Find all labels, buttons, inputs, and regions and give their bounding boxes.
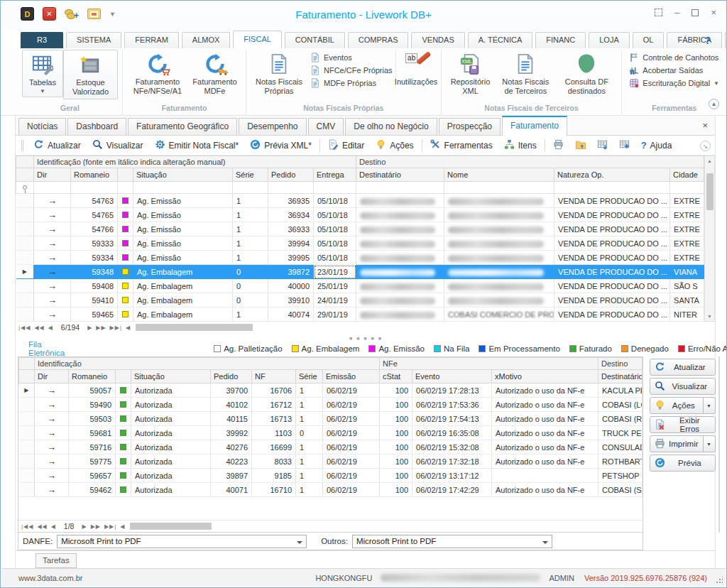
a-es-button[interactable]: Ações	[650, 397, 704, 414]
nfe-grid-cell-emissao[interactable]: 06/02/19	[323, 398, 380, 412]
toolbar-emitir-nota-fiscal--button[interactable]: Emitir Nota Fiscal*	[149, 139, 245, 152]
ribbon-tab-r3[interactable]: R3	[21, 32, 63, 48]
romaneios-grid-cell-serie[interactable]: 0	[233, 293, 268, 307]
romaneios-grid-cell-serie[interactable]: 1	[233, 208, 268, 222]
nfe-grid-cell-nf[interactable]: 16706	[252, 383, 296, 398]
romaneios-grid-cell-clr[interactable]	[118, 279, 133, 293]
romaneios-grid-cell-entrega[interactable]: 05/10/18	[314, 236, 356, 251]
romaneios-grid-cell-situacao[interactable]: Ag. Embalagem	[133, 279, 233, 293]
romaneios-grid-cell-romaneio[interactable]: 59334	[71, 251, 118, 265]
romaneios-grid-cell-entrega[interactable]: 05/10/18	[314, 251, 356, 265]
hscroll-thumb[interactable]	[136, 324, 253, 331]
romaneios-grid-cell-serie[interactable]: 0	[233, 265, 268, 279]
nfe-grid-cell-emissao[interactable]: 06/02/19	[323, 454, 380, 469]
romaneios-grid-cell-nome[interactable]	[444, 236, 554, 251]
nfe-grid-cell-romaneio[interactable]: 59057	[69, 383, 116, 398]
scroll-thumb[interactable]	[706, 173, 714, 210]
nfe-grid-cell-serie[interactable]: 1	[296, 383, 323, 398]
romaneios-grid-cell-destinatario[interactable]	[356, 279, 444, 293]
romaneios-grid-cell-nome[interactable]	[444, 279, 554, 293]
romaneios-grid-filter-cell[interactable]	[16, 182, 34, 194]
romaneios-grid-cell-destinatario[interactable]	[356, 194, 444, 208]
nfe-grid-cell-romaneio[interactable]: 59490	[69, 398, 116, 412]
faturamento-nfe-button[interactable]: Faturamento NFe/NFSe/A1	[127, 50, 188, 98]
romaneios-grid-cell-dir[interactable]: →	[34, 236, 71, 251]
nfe-grid-cell-serie[interactable]: 1	[296, 469, 323, 483]
chevron-down-icon[interactable]: ▼	[704, 435, 716, 452]
romaneios-grid-cell-dir[interactable]: →	[34, 307, 71, 322]
toolbar-a-es-button[interactable]: Ações	[370, 139, 419, 152]
prev-group-icon[interactable]: ◀◀	[37, 523, 47, 530]
romaneios-grid-cell-ind[interactable]: ▶	[16, 265, 34, 279]
romaneios-grid-filter-cell[interactable]	[356, 182, 444, 194]
romaneios-grid-cell-cidade[interactable]: NITER	[670, 307, 704, 322]
eventos-button[interactable]: Eventos	[310, 53, 393, 62]
romaneios-grid-header-cidade[interactable]: Cidade	[670, 168, 704, 182]
nfe-grid-cell-pedido[interactable]: 39897	[211, 469, 252, 483]
nfe-grid-cell-emissao[interactable]: 06/02/19	[323, 469, 380, 483]
romaneios-grid-filter-cell[interactable]	[133, 182, 233, 194]
nfe-grid-cell-dest[interactable]: COBASI (SA	[598, 483, 643, 497]
vertical-scrollbar[interactable]: ▲ ▼	[704, 156, 715, 322]
next-page-icon[interactable]: ▶	[87, 325, 92, 331]
romaneios-grid-header-pedido[interactable]: Pedido	[268, 168, 314, 182]
nfe-grid-cell-evento[interactable]: 06/02/19 17:54:13	[412, 412, 492, 426]
nfe-grid-header-clr[interactable]	[116, 370, 131, 383]
nfe-grid-cell-ind[interactable]	[19, 454, 35, 469]
nfe-grid-cell-clr[interactable]	[116, 383, 131, 398]
romaneios-grid-header-ind[interactable]	[16, 168, 34, 182]
nfe-grid-cell-evento[interactable]: 06/02/19 15:32:08	[412, 440, 492, 454]
view-tab-cmv[interactable]: CMV	[308, 118, 344, 135]
nfe-grid-cell-xmotivo[interactable]: Autorizado o uso da NF-e	[492, 454, 598, 469]
romaneios-grid-cell-destinatario[interactable]	[356, 208, 444, 222]
romaneios-grid-cell-situacao[interactable]: Ag. Embalagem	[133, 307, 233, 322]
nfe-grid-header-emissao[interactable]: Emissão	[323, 370, 380, 383]
romaneios-grid-row[interactable]: ▶→59348Ag. Embalagem03987223/01/19VENDA …	[16, 265, 704, 279]
nfe-grid-cell-emissao[interactable]: 06/02/19	[323, 483, 380, 497]
romaneios-grid-cell-cidade[interactable]: SÃO S	[670, 279, 704, 293]
resize-grip-icon[interactable]	[716, 577, 723, 584]
romaneios-grid-cell-serie[interactable]: 1	[233, 222, 268, 236]
romaneios-grid-cell-natureza[interactable]: VENDA DE PRODUCAO DO ...	[554, 307, 670, 322]
repositorio-xml-button[interactable]: Repositório XML	[446, 50, 496, 98]
romaneios-grid-cell-situacao[interactable]: Ag. Emissão	[133, 208, 233, 222]
toolbar-overflow-icon[interactable]: ↘	[700, 141, 711, 151]
maximize-icon[interactable]	[692, 9, 699, 16]
first-page-icon[interactable]: |◀◀	[21, 523, 33, 530]
nfe-grid-cell-dir[interactable]: →	[35, 454, 69, 469]
last-page-icon[interactable]: ▶▶|	[110, 325, 122, 331]
nfe-grid-cell-situacao[interactable]: Autorizada	[131, 398, 211, 412]
nfe-grid-cell-emissao[interactable]: 06/02/19	[323, 383, 380, 398]
nfe-grid-cell-serie[interactable]: 1	[296, 398, 323, 412]
acobertar-saidas-button[interactable]: Acobertar Saídas	[629, 65, 719, 75]
close-view-icon[interactable]: ×	[702, 120, 708, 131]
splitter[interactable]: ■ ■ ■ ■ ■	[16, 333, 715, 341]
nfe-grid-cell-evento[interactable]: 06/02/19 17:28:13	[412, 383, 492, 398]
nfe-grid-cell-situacao[interactable]: Autorizada	[131, 383, 211, 398]
toolbar-pr-via-xml--button[interactable]: Prévia XML*	[244, 139, 317, 152]
view-tab-desempenho[interactable]: Desempenho	[239, 118, 306, 135]
romaneios-grid-cell-situacao[interactable]: Ag. Embalagem	[133, 265, 233, 279]
romaneios-grid-cell-nome[interactable]	[444, 222, 554, 236]
nfe-grid-cell-serie[interactable]: 1	[296, 454, 323, 469]
toolbar-visualizar-button[interactable]: Visualizar	[87, 139, 149, 152]
nfe-grid-cell-dir[interactable]: →	[35, 469, 69, 483]
nfe-grid-cell-clr[interactable]	[116, 454, 131, 469]
horizontal-scrollbar[interactable]	[134, 323, 712, 332]
chevron-down-icon[interactable]: ▼	[704, 397, 716, 414]
nfe-grid-cell-emissao[interactable]: 06/02/19	[323, 426, 380, 440]
ribbon-tab-ol[interactable]: OL	[633, 32, 665, 48]
romaneios-grid-cell-ind[interactable]	[16, 251, 34, 265]
fullscreen-icon[interactable]	[655, 9, 662, 16]
nfe-grid-cell-xmotivo[interactable]	[492, 469, 598, 483]
romaneios-grid-cell-natureza[interactable]: VENDA DE PRODUCAO DO ...	[554, 251, 670, 265]
collapsed-panel-strip[interactable]	[718, 356, 720, 533]
ribbon-tab-loja[interactable]: LOJA	[589, 32, 630, 48]
outros-printer-select[interactable]: Microsoft Print to PDF	[352, 535, 552, 548]
nfe-grid-header-ind[interactable]	[19, 370, 35, 383]
romaneios-grid-filter-cell[interactable]	[670, 182, 704, 194]
nfe-grid-row[interactable]: →59716Autorizada4027616699106/02/1910006…	[19, 440, 643, 454]
romaneios-grid-cell-nome[interactable]	[444, 194, 554, 208]
romaneios-grid-cell-destinatario[interactable]	[356, 307, 444, 322]
romaneios-grid-cell-ind[interactable]	[16, 279, 34, 293]
